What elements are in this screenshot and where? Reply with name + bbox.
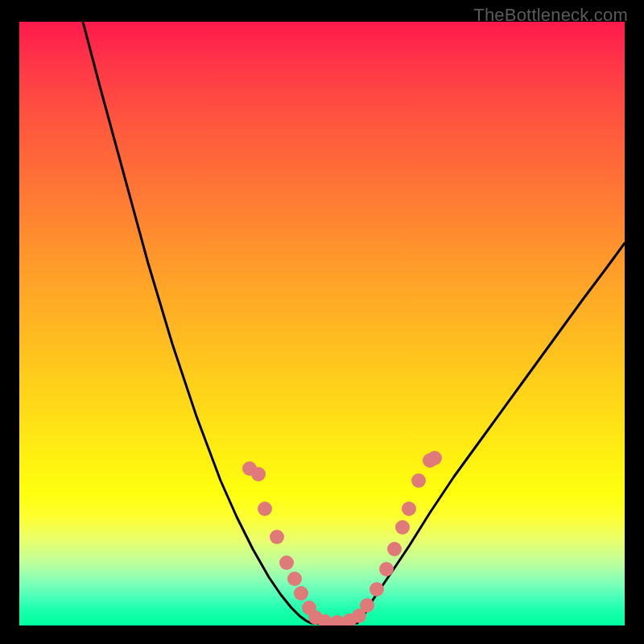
bottleneck-curve <box>83 22 625 624</box>
plot-svg <box>19 22 625 625</box>
marker-dot <box>258 502 272 516</box>
data-markers <box>242 451 442 625</box>
chart-frame: TheBottleneck.com <box>0 0 644 644</box>
marker-dot <box>279 555 294 570</box>
marker-dot <box>411 473 426 488</box>
plot-area <box>19 22 625 625</box>
marker-dot <box>379 562 394 576</box>
marker-dot <box>369 582 384 597</box>
marker-dot <box>360 598 374 613</box>
marker-dot <box>402 502 416 516</box>
marker-dot <box>395 520 410 535</box>
marker-dot <box>287 572 302 586</box>
marker-dot <box>294 586 308 601</box>
marker-dot <box>427 451 442 465</box>
marker-dot <box>251 467 266 481</box>
curve-path <box>83 22 625 624</box>
marker-dot <box>270 530 284 544</box>
watermark-text: TheBottleneck.com <box>473 5 628 26</box>
marker-dot <box>387 542 402 556</box>
